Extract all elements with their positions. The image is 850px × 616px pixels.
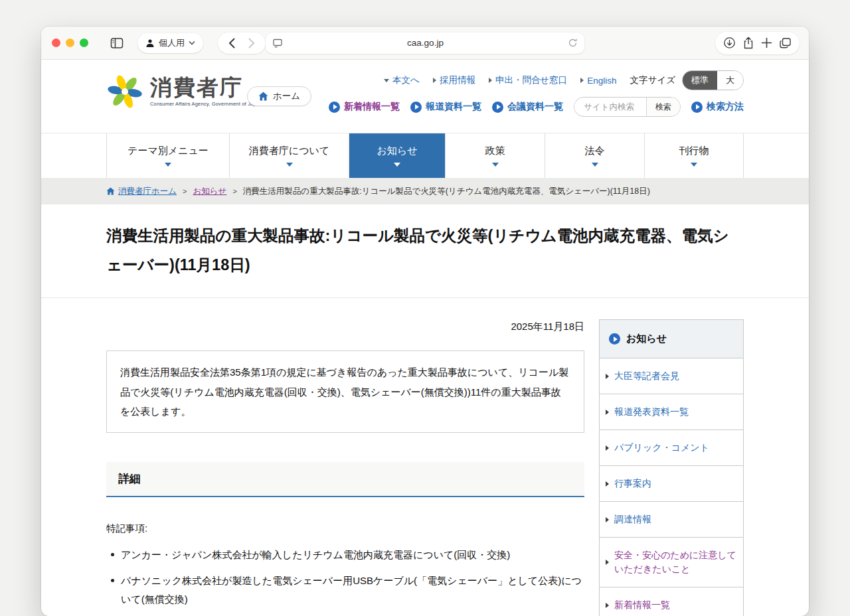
site-title: 消費者庁 — [150, 76, 262, 100]
triangle-down-icon — [592, 163, 598, 167]
home-icon — [106, 187, 115, 195]
search-button[interactable]: 検索 — [646, 98, 680, 116]
list-item: アンカー・ジャパン株式会社が輸入したリチウム電池内蔵充電器について(回収・交換) — [106, 546, 584, 564]
window-controls — [52, 38, 88, 47]
list-item: パナソニック株式会社が製造した電気シェーバー用USBケーブル(「電気シェーバー」… — [106, 572, 584, 609]
close-window-button[interactable] — [52, 38, 60, 47]
triangle-right-icon — [606, 560, 609, 565]
sidebar-item-events[interactable]: 行事案内 — [600, 465, 743, 501]
site-subtitle: Consumer Affairs Agency, Government of J… — [150, 101, 262, 107]
user-icon — [145, 38, 155, 48]
note-label: 特記事項: — [106, 522, 584, 535]
nav-laws[interactable]: 法令 — [545, 133, 644, 178]
font-size-standard-button[interactable]: 標準 — [683, 71, 717, 90]
nav-theme-menu[interactable]: テーマ別メニュー — [106, 133, 229, 178]
breadcrumb-separator: > — [232, 187, 236, 195]
triangle-down-icon — [165, 163, 171, 167]
triangle-down-icon — [286, 163, 293, 167]
address-bar[interactable]: caa.go.jp — [266, 33, 584, 54]
tab-overview-button[interactable] — [779, 33, 792, 53]
notes-list: アンカー・ジャパン株式会社が輸入したリチウム電池内蔵充電器について(回収・交換)… — [106, 546, 584, 608]
play-circle-icon — [329, 102, 340, 113]
sidebar-toggle-button[interactable] — [106, 33, 128, 53]
chevron-down-icon — [189, 40, 195, 45]
english-link[interactable]: English — [580, 76, 616, 86]
breadcrumb-current: 消費生活用製品の重大製品事故:リコール製品で火災等(リチウム電池内蔵充電器、電気… — [243, 186, 650, 197]
content-area: 2025年11月18日 消費生活用製品安全法第35条第1項の規定に基づき報告のあ… — [106, 298, 744, 616]
home-button[interactable]: ホーム — [247, 86, 311, 106]
site-search: 検索 — [574, 97, 681, 117]
skip-to-content-link[interactable]: 本文へ — [384, 74, 420, 86]
recruit-link[interactable]: 採用情報 — [433, 74, 475, 86]
triangle-right-icon — [606, 374, 609, 379]
browser-window: 個人用 caa.go.jp — [41, 27, 809, 616]
main-navigation: テーマ別メニュー 消費者庁について お知らせ 政策 法令 刊行物 — [41, 133, 809, 178]
share-icon[interactable] — [742, 33, 754, 53]
profile-button[interactable]: 個人用 — [137, 33, 203, 53]
triangle-down-icon — [492, 163, 499, 167]
minimize-window-button[interactable] — [66, 38, 74, 47]
meeting-materials-link[interactable]: 会議資料一覧 — [492, 101, 563, 113]
url-text[interactable]: caa.go.jp — [283, 38, 568, 48]
font-size-large-button[interactable]: 大 — [717, 71, 743, 90]
breadcrumb-home-link[interactable]: 消費者庁ホーム — [106, 186, 177, 197]
triangle-right-icon — [606, 445, 609, 451]
triangle-right-icon — [606, 481, 609, 487]
nav-publications[interactable]: 刊行物 — [644, 133, 744, 178]
reload-icon[interactable] — [568, 38, 578, 48]
forward-button[interactable] — [242, 38, 262, 48]
site-logo[interactable]: 消費者庁 Consumer Affairs Agency, Government… — [106, 72, 262, 110]
triangle-down-icon — [691, 163, 697, 167]
sidebar-item-safety-attention[interactable]: 安全・安心のために注意していただきたいこと — [600, 537, 743, 587]
downloads-button[interactable] — [723, 33, 736, 53]
sidebar-item-new-info-list[interactable]: 新着情報一覧 — [600, 587, 743, 616]
new-tab-button[interactable] — [761, 33, 772, 53]
toolbar-right-icons — [715, 32, 800, 54]
new-info-list-link[interactable]: 新着情報一覧 — [329, 101, 400, 113]
main-column: 2025年11月18日 消費生活用製品安全法第35条第1項の規定に基づき報告のあ… — [106, 318, 584, 616]
sidebar: お知らせ 大臣等記者会見 報道発表資料一覧 パブリック・コメント 行事案内 — [599, 319, 744, 616]
play-circle-icon — [410, 102, 422, 113]
search-help-link[interactable]: 検索方法 — [691, 101, 744, 113]
sidebar-heading: お知らせ — [600, 320, 743, 358]
sidebar-item-procurement[interactable]: 調達情報 — [600, 501, 743, 537]
caa-pinwheel-logo-icon — [106, 72, 143, 110]
nav-policy[interactable]: 政策 — [445, 133, 545, 178]
font-size-control: 文字サイズ 標準 大 — [630, 70, 744, 90]
press-materials-link[interactable]: 報道資料一覧 — [410, 101, 481, 113]
breadcrumb-bar: 消費者庁ホーム > お知らせ > 消費生活用製品の重大製品事故:リコール製品で火… — [41, 178, 809, 204]
sidebar-item-press-conference[interactable]: 大臣等記者会見 — [600, 358, 743, 394]
utility-links: 本文へ 採用情報 申出・問合せ窓口 English 文字サイズ — [384, 70, 744, 90]
triangle-right-icon — [489, 78, 492, 83]
page-title: 消費生活用製品の重大製品事故:リコール製品で火災等(リチウム電池内蔵充電器、電気… — [106, 204, 744, 297]
triangle-down-icon — [384, 79, 389, 82]
triangle-right-icon — [580, 78, 584, 83]
font-size-label: 文字サイズ — [630, 74, 675, 86]
play-circle-icon — [691, 102, 703, 113]
breadcrumb-separator: > — [183, 187, 187, 195]
browser-toolbar: 個人用 caa.go.jp — [41, 27, 809, 60]
publish-date: 2025年11月18日 — [106, 321, 584, 333]
back-button[interactable] — [222, 38, 242, 48]
zoom-window-button[interactable] — [80, 38, 88, 47]
page-settings-icon[interactable] — [272, 38, 283, 48]
play-circle-icon — [609, 333, 620, 345]
triangle-right-icon — [606, 603, 609, 608]
sidebar-item-public-comment[interactable]: パブリック・コメント — [600, 429, 743, 465]
sidebar-item-press-releases[interactable]: 報道発表資料一覧 — [600, 394, 743, 429]
nav-about-caa[interactable]: 消費者庁について — [229, 133, 349, 178]
triangle-right-icon — [606, 517, 609, 522]
profile-label: 個人用 — [159, 37, 185, 49]
home-icon — [258, 92, 268, 101]
play-circle-icon — [492, 102, 503, 113]
sidebar-toggle-icon — [110, 37, 124, 50]
nav-news[interactable]: お知らせ — [349, 133, 445, 178]
triangle-down-icon — [394, 163, 400, 167]
search-input[interactable] — [574, 102, 646, 112]
triangle-right-icon — [606, 410, 609, 415]
triangle-right-icon — [433, 78, 436, 83]
contact-link[interactable]: 申出・問合せ窓口 — [489, 74, 567, 86]
quick-links-row: 新着情報一覧 報道資料一覧 会議資料一覧 検索 検索方法 — [329, 97, 744, 117]
breadcrumb-news-link[interactable]: お知らせ — [193, 186, 227, 197]
section-heading-details: 詳細 — [106, 462, 584, 497]
